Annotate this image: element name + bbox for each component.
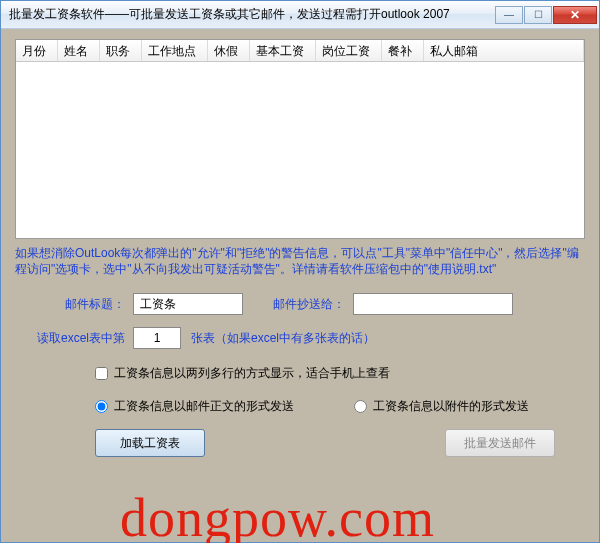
sheet-suffix: 张表（如果excel中有多张表的话） — [191, 330, 375, 347]
outlook-hint: 如果想消除OutLook每次都弹出的"允许"和"拒绝"的警告信息，可以点"工具"… — [15, 245, 585, 277]
row-radio: 工资条信息以邮件正文的形式发送 工资条信息以附件的形式发送 — [95, 398, 585, 415]
radio-attach[interactable] — [354, 400, 367, 413]
col-position[interactable]: 职务 — [100, 40, 142, 61]
col-name[interactable]: 姓名 — [58, 40, 100, 61]
row-sheet: 读取excel表中第 张表（如果excel中有多张表的话） — [15, 327, 585, 349]
col-vacation[interactable]: 休假 — [208, 40, 250, 61]
radio-body-option[interactable]: 工资条信息以邮件正文的形式发送 — [95, 398, 294, 415]
load-button[interactable]: 加载工资表 — [95, 429, 205, 457]
radio-body[interactable] — [95, 400, 108, 413]
maximize-button[interactable]: ☐ — [524, 6, 552, 24]
sheet-prefix: 读取excel表中第 — [15, 330, 125, 347]
row-checkbox: 工资条信息以两列多行的方式显示，适合手机上查看 — [95, 365, 585, 382]
radio-attach-label: 工资条信息以附件的形式发送 — [373, 398, 529, 415]
col-month[interactable]: 月份 — [16, 40, 58, 61]
radio-attach-option[interactable]: 工资条信息以附件的形式发送 — [354, 398, 529, 415]
window-controls: — ☐ ✕ — [495, 6, 597, 24]
titlebar: 批量发工资条软件——可批量发送工资条或其它邮件，发送过程需打开outlook 2… — [1, 1, 599, 29]
client-area: 月份 姓名 职务 工作地点 休假 基本工资 岗位工资 餐补 私人邮箱 如果想消除… — [1, 29, 599, 542]
row-subject: 邮件标题： 邮件抄送给： — [15, 293, 585, 315]
grid-header: 月份 姓名 职务 工作地点 休假 基本工资 岗位工资 餐补 私人邮箱 — [16, 40, 584, 62]
subject-label: 邮件标题： — [15, 296, 125, 313]
minimize-button[interactable]: — — [495, 6, 523, 24]
window-title: 批量发工资条软件——可批量发送工资条或其它邮件，发送过程需打开outlook 2… — [9, 6, 495, 23]
col-email[interactable]: 私人邮箱 — [424, 40, 584, 61]
sheet-number-input[interactable] — [133, 327, 181, 349]
subject-input[interactable] — [133, 293, 243, 315]
two-column-label: 工资条信息以两列多行的方式显示，适合手机上查看 — [114, 365, 390, 382]
col-post-salary[interactable]: 岗位工资 — [316, 40, 382, 61]
two-column-checkbox[interactable] — [95, 367, 108, 380]
cc-label: 邮件抄送给： — [273, 296, 345, 313]
grid-body[interactable] — [16, 62, 584, 238]
col-location[interactable]: 工作地点 — [142, 40, 208, 61]
close-button[interactable]: ✕ — [553, 6, 597, 24]
button-row: 加载工资表 批量发送邮件 — [15, 429, 585, 457]
cc-input[interactable] — [353, 293, 513, 315]
col-base-salary[interactable]: 基本工资 — [250, 40, 316, 61]
app-window: 批量发工资条软件——可批量发送工资条或其它邮件，发送过程需打开outlook 2… — [0, 0, 600, 543]
col-meal[interactable]: 餐补 — [382, 40, 424, 61]
data-grid[interactable]: 月份 姓名 职务 工作地点 休假 基本工资 岗位工资 餐补 私人邮箱 — [15, 39, 585, 239]
send-button: 批量发送邮件 — [445, 429, 555, 457]
radio-body-label: 工资条信息以邮件正文的形式发送 — [114, 398, 294, 415]
